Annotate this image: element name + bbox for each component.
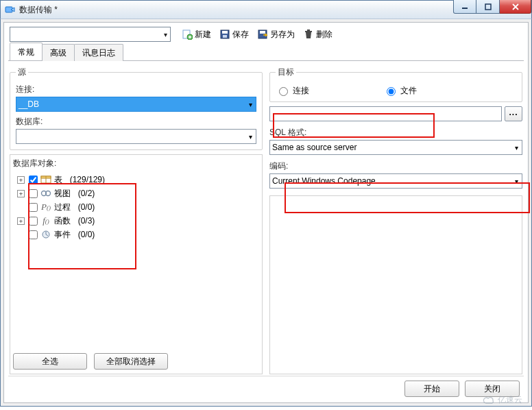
svg-rect-10	[305, 31, 312, 32]
objects-tree-container: 数据库对象: + 表 (129/129) +	[10, 154, 263, 374]
checkbox-events[interactable]	[29, 230, 38, 239]
checkbox-functions[interactable]	[29, 217, 38, 226]
chevron-down-icon: ▾	[249, 133, 252, 141]
expand-icon[interactable]: +	[17, 176, 25, 184]
tab-advanced[interactable]: 高级	[42, 44, 75, 61]
toolbar: ▾ 新建 保存 另存为 删除	[8, 27, 524, 45]
function-icon: f()	[40, 215, 51, 226]
source-group: 源 连接: __DB ▾ 数据库: ▾	[10, 67, 263, 150]
tree-label: 过程	[54, 202, 71, 213]
start-button[interactable]: 开始	[404, 381, 459, 397]
source-connection-value: __DB	[19, 99, 39, 109]
connection-label: 连接:	[16, 84, 256, 95]
svg-rect-2	[485, 4, 491, 10]
delete-button[interactable]: 删除	[300, 27, 335, 42]
saveas-label: 另存为	[270, 29, 295, 40]
tree-count: (129/129)	[70, 175, 105, 184]
source-database-select[interactable]: ▾	[16, 129, 256, 144]
checkbox-views[interactable]	[29, 189, 38, 198]
radio-file-label: 文件	[400, 85, 417, 97]
encoding-select[interactable]: Current Windows Codepage ▾	[269, 173, 522, 189]
procedure-icon: P()	[40, 202, 51, 213]
saveas-button[interactable]: 另存为	[254, 27, 298, 42]
source-connection-select[interactable]: __DB ▾	[16, 97, 256, 112]
expand-icon[interactable]: +	[17, 190, 25, 197]
expand-spacer	[17, 231, 25, 239]
new-label: 新建	[195, 29, 211, 40]
tree-label: 事件	[54, 229, 71, 241]
objects-tree[interactable]: + 表 (129/129) + 视图 (0/2)	[10, 171, 262, 349]
target-spacer	[269, 195, 522, 374]
checkbox-procedures[interactable]	[29, 203, 38, 212]
database-label: 数据库:	[16, 116, 256, 128]
maximize-button[interactable]	[476, 0, 500, 14]
new-button[interactable]: 新建	[179, 27, 214, 42]
browse-button[interactable]: ...	[505, 106, 522, 121]
expand-spacer	[17, 204, 25, 211]
encoding-value: Current Windows Codepage	[272, 176, 376, 186]
event-icon	[40, 229, 51, 240]
radio-file-input[interactable]	[387, 87, 396, 96]
save-label: 保存	[232, 29, 249, 40]
chevron-down-icon: ▾	[515, 144, 518, 152]
sqlformat-value: Same as source server	[272, 143, 356, 152]
deselect-all-button[interactable]: 全部取消选择	[94, 353, 168, 370]
radio-file[interactable]: 文件	[383, 85, 417, 97]
view-icon	[40, 188, 51, 199]
target-legend: 目标	[276, 67, 296, 78]
svg-rect-6	[222, 31, 228, 34]
saveas-icon	[257, 29, 268, 40]
encoding-label: 编码:	[269, 160, 522, 172]
select-all-button[interactable]: 全选	[13, 353, 87, 370]
tab-general[interactable]: 常规	[10, 43, 43, 60]
checkbox-tables[interactable]	[29, 176, 38, 184]
tree-row-events[interactable]: 事件 (0/0)	[13, 228, 259, 241]
footer: 开始 关闭	[8, 376, 524, 398]
target-group: 目标 连接 文件	[269, 67, 522, 102]
tree-row-tables[interactable]: + 表 (129/129)	[13, 173, 259, 186]
tree-count: (0/0)	[78, 202, 95, 212]
tree-label: 视图	[54, 188, 71, 200]
chevron-down-icon: ▾	[515, 178, 518, 185]
source-panel: 源 连接: __DB ▾ 数据库: ▾ 数据库对象:	[10, 67, 263, 374]
radio-connection-input[interactable]	[279, 87, 288, 96]
watermark: 亿速云	[482, 394, 522, 406]
tree-count: (0/3)	[78, 216, 95, 226]
new-icon	[182, 29, 193, 40]
save-icon	[219, 29, 230, 40]
svg-rect-11	[307, 29, 310, 31]
tree-row-functions[interactable]: + f() 函数 (0/3)	[13, 214, 259, 228]
objects-label: 数据库对象:	[13, 158, 258, 169]
target-panel: 目标 连接 文件	[269, 67, 522, 374]
svg-rect-1	[462, 8, 468, 9]
profile-combobox[interactable]: ▾	[10, 27, 171, 42]
tab-bar: 常规 高级 讯息日志	[8, 45, 524, 61]
tree-label: 函数	[54, 215, 71, 227]
sqlformat-label: SQL 格式:	[269, 127, 522, 138]
radio-connection[interactable]: 连接	[276, 85, 309, 97]
sqlformat-select[interactable]: Same as source server ▾	[269, 140, 522, 155]
minimize-button[interactable]	[453, 0, 476, 14]
window-title: 数据传输 *	[19, 4, 58, 16]
tree-count: (0/0)	[78, 230, 95, 239]
delete-label: 删除	[316, 29, 332, 40]
expand-icon[interactable]: +	[17, 217, 25, 225]
target-file-input[interactable]	[269, 106, 502, 121]
window-buttons	[453, 0, 531, 14]
chevron-down-icon: ▾	[249, 101, 252, 108]
svg-rect-9	[260, 31, 265, 34]
tree-count: (0/2)	[78, 189, 95, 198]
titlebar: 数据传输 *	[0, 0, 532, 19]
save-button[interactable]: 保存	[217, 27, 252, 42]
tree-row-procedures[interactable]: P() 过程 (0/0)	[13, 200, 259, 214]
tab-log[interactable]: 讯息日志	[74, 44, 123, 61]
app-icon	[5, 4, 16, 15]
svg-rect-7	[223, 35, 227, 38]
tree-row-views[interactable]: + 视图 (0/2)	[13, 186, 259, 200]
ellipsis-icon: ...	[509, 108, 518, 117]
watermark-text: 亿速云	[498, 394, 522, 406]
trash-icon	[303, 29, 314, 40]
radio-connection-label: 连接	[293, 85, 309, 97]
source-legend: 源	[16, 67, 28, 78]
close-button[interactable]	[500, 0, 531, 14]
